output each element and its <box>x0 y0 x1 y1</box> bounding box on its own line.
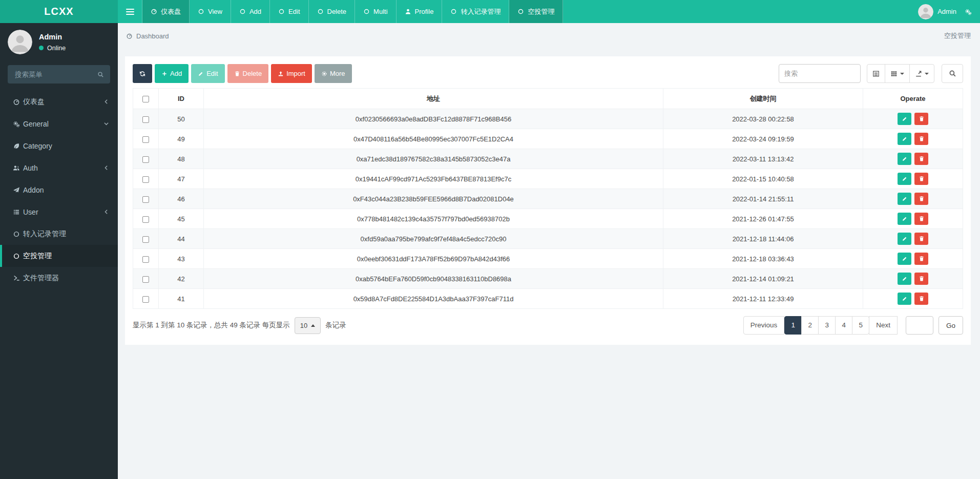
sidebar-item[interactable]: 仪表盘 <box>0 91 118 113</box>
sidebar-item-label: Category <box>23 142 52 150</box>
cell-operate <box>863 269 963 289</box>
row-checkbox[interactable] <box>142 196 149 203</box>
pagination-next[interactable]: Next <box>869 316 898 335</box>
nav-tab-label: 仪表盘 <box>161 7 181 16</box>
pagination-goto-input[interactable] <box>906 316 933 335</box>
pagination-page-1[interactable]: 1 <box>784 316 802 335</box>
row-checkbox[interactable] <box>142 276 149 283</box>
settings-gears-icon[interactable] <box>962 8 975 15</box>
nav-tab[interactable]: Edit <box>270 0 308 23</box>
nav-tab[interactable]: 仪表盘 <box>142 0 190 23</box>
nav-tab-label: Multi <box>373 8 387 15</box>
row-edit-button[interactable] <box>898 133 911 145</box>
sidebar-item[interactable]: 文件管理器 <box>0 267 118 289</box>
row-edit-button[interactable] <box>898 173 911 185</box>
columns-button[interactable] <box>885 64 910 83</box>
table-panel: Add Edit Delete Import More ID <box>125 56 971 345</box>
table-header-row: ID 地址 创建时间 Operate <box>133 89 963 109</box>
detail-view-button[interactable] <box>867 64 885 83</box>
row-checkbox[interactable] <box>142 136 149 143</box>
pencil-icon <box>902 216 908 222</box>
row-checkbox[interactable] <box>142 256 149 263</box>
row-checkbox[interactable] <box>142 296 149 303</box>
page-size-dropdown[interactable]: 10 <box>295 317 321 334</box>
sidebar-item-label: Addon <box>23 186 44 194</box>
row-delete-button[interactable] <box>914 153 928 165</box>
pagination-page-4[interactable]: 4 <box>835 316 852 335</box>
sidebar-item[interactable]: User <box>0 201 118 223</box>
row-edit-button[interactable] <box>898 193 911 205</box>
row-delete-button[interactable] <box>914 233 928 245</box>
edit-button[interactable]: Edit <box>191 64 224 83</box>
row-edit-button[interactable] <box>898 153 911 165</box>
sidebar-search-input[interactable] <box>14 70 97 79</box>
delete-button[interactable]: Delete <box>227 64 269 83</box>
pagination-page-5[interactable]: 5 <box>852 316 869 335</box>
row-delete-button[interactable] <box>914 293 928 305</box>
row-delete-button[interactable] <box>914 253 928 265</box>
circle-icon <box>317 8 324 15</box>
row-delete-button[interactable] <box>914 213 928 225</box>
nav-tab[interactable]: 转入记录管理 <box>442 0 509 23</box>
hamburger-menu-icon[interactable] <box>118 0 142 23</box>
row-delete-button[interactable] <box>914 173 928 185</box>
brand-logo[interactable]: LCXX <box>0 0 118 23</box>
nav-tab-label: View <box>208 8 222 15</box>
sidebar-item[interactable]: 空投管理 <box>0 245 118 267</box>
row-delete-button[interactable] <box>914 113 928 125</box>
search-icon[interactable] <box>97 71 104 78</box>
row-delete-button[interactable] <box>914 193 928 205</box>
sidebar-item[interactable]: Addon <box>0 179 118 201</box>
plus-icon <box>161 71 168 77</box>
nav-tab[interactable]: Profile <box>397 0 443 23</box>
row-edit-button[interactable] <box>898 213 911 225</box>
pagination-go-button[interactable]: Go <box>939 316 963 335</box>
row-edit-button[interactable] <box>898 293 911 305</box>
sidebar-item[interactable]: General <box>0 113 118 135</box>
pencil-icon <box>198 71 204 77</box>
column-header-id: ID <box>159 89 204 109</box>
navbar-user-menu[interactable]: Admin <box>910 4 962 19</box>
row-checkbox[interactable] <box>142 116 149 123</box>
row-checkbox[interactable] <box>142 176 149 183</box>
circle-icon <box>363 8 370 15</box>
nav-tab[interactable]: Delete <box>309 0 356 23</box>
row-delete-button[interactable] <box>914 273 928 285</box>
chevron-down-icon <box>103 120 110 127</box>
pagination-page-2[interactable]: 2 <box>801 316 819 335</box>
sidebar-item[interactable]: Category <box>0 135 118 157</box>
nav-tab[interactable]: 空投管理 <box>509 0 563 23</box>
avatar <box>8 30 32 54</box>
select-all-checkbox[interactable] <box>142 96 149 102</box>
export-button[interactable] <box>909 64 934 83</box>
sidebar-item[interactable]: Auth <box>0 157 118 179</box>
import-button[interactable]: Import <box>271 64 312 83</box>
sidebar-item[interactable]: 转入记录管理 <box>0 223 118 245</box>
nav-tab[interactable]: View <box>190 0 231 23</box>
row-edit-button[interactable] <box>898 253 911 265</box>
add-button[interactable]: Add <box>155 64 189 83</box>
trash-icon <box>919 196 925 202</box>
row-checkbox[interactable] <box>142 156 149 163</box>
row-checkbox[interactable] <box>142 216 149 223</box>
refresh-button[interactable] <box>133 64 152 83</box>
cell-id: 49 <box>159 129 204 149</box>
trash-icon <box>919 156 925 162</box>
trash-icon <box>919 116 925 122</box>
pagination: Previous 12345 Next Go <box>743 316 963 335</box>
more-button[interactable]: More <box>315 64 352 83</box>
nav-tab[interactable]: Add <box>231 0 270 23</box>
pencil-icon <box>902 156 908 162</box>
table-search-input[interactable] <box>779 64 861 83</box>
row-edit-button[interactable] <box>898 273 911 285</box>
row-edit-button[interactable] <box>898 233 911 245</box>
row-delete-button[interactable] <box>914 133 928 145</box>
search-toggle-button[interactable] <box>942 64 963 83</box>
chevron-left-icon <box>103 164 110 171</box>
circle-icon <box>450 8 457 15</box>
pagination-page-3[interactable]: 3 <box>818 316 836 335</box>
row-checkbox[interactable] <box>142 236 149 243</box>
nav-tab[interactable]: Multi <box>355 0 396 23</box>
row-edit-button[interactable] <box>898 113 911 125</box>
pagination-previous[interactable]: Previous <box>743 316 785 335</box>
